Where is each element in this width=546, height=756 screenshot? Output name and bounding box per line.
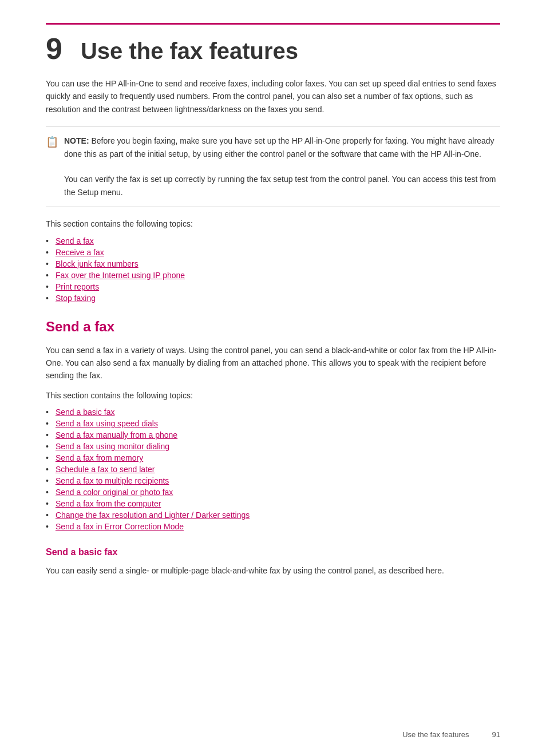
page: 9 Use the fax features You can use the H… (0, 0, 546, 756)
list-item: Stop faxing (46, 294, 500, 303)
link-send-multiple-recipients[interactable]: Send a fax to multiple recipients (56, 476, 169, 485)
list-item: Change the fax resolution and Lighter / … (46, 510, 500, 520)
link-send-speed-dials[interactable]: Send a fax using speed dials (56, 419, 158, 428)
chapter-title: Use the fax features (81, 38, 298, 64)
note-icon: 📋 (46, 136, 58, 148)
link-send-a-fax[interactable]: Send a fax (56, 236, 94, 246)
send-fax-heading: Send a fax (46, 319, 500, 335)
link-send-basic-fax[interactable]: Send a basic fax (56, 407, 115, 417)
list-item: Send a fax from the computer (46, 499, 500, 508)
list-item: Schedule a fax to send later (46, 465, 500, 474)
link-block-junk-fax[interactable]: Block junk fax numbers (56, 259, 139, 268)
list-item: Send a fax manually from a phone (46, 430, 500, 440)
send-fax-body: You can send a fax in a variety of ways.… (46, 344, 500, 382)
list-item: Print reports (46, 282, 500, 291)
footer-page-number: 91 (492, 730, 500, 739)
note-line1: Before you begin faxing, make sure you h… (64, 136, 494, 158)
send-fax-topic-list: Send a basic fax Send a fax using speed … (46, 407, 500, 531)
list-item: Receive a fax (46, 248, 500, 257)
note-label: NOTE: (64, 136, 89, 145)
note-line2: You can verify the fax is set up correct… (64, 175, 496, 196)
list-item: Send a color original or photo fax (46, 488, 500, 497)
note-content: NOTE: Before you begin faxing, make sure… (64, 134, 500, 199)
link-print-reports[interactable]: Print reports (56, 282, 99, 291)
link-error-correction[interactable]: Send a fax in Error Correction Mode (56, 522, 184, 531)
link-send-from-memory[interactable]: Send a fax from memory (56, 453, 143, 462)
list-item: Send a fax using monitor dialing (46, 442, 500, 451)
link-send-color-photo[interactable]: Send a color original or photo fax (56, 488, 173, 497)
link-schedule-fax[interactable]: Schedule a fax to send later (56, 465, 155, 474)
list-item: Send a fax from memory (46, 453, 500, 462)
link-send-from-computer[interactable]: Send a fax from the computer (56, 499, 161, 508)
list-item: Send a fax (46, 236, 500, 246)
footer-label: Use the fax features (402, 730, 469, 739)
top-rule (46, 23, 500, 25)
send-basic-fax-heading: Send a basic fax (46, 547, 500, 557)
list-item: Send a fax using speed dials (46, 419, 500, 428)
list-item: Send a basic fax (46, 407, 500, 417)
send-basic-fax-body: You can easily send a single- or multipl… (46, 564, 500, 577)
list-item: Fax over the Internet using IP phone (46, 271, 500, 280)
link-send-monitor-dialing[interactable]: Send a fax using monitor dialing (56, 442, 169, 451)
list-item: Block junk fax numbers (46, 259, 500, 268)
main-topic-list: Send a fax Receive a fax Block junk fax … (46, 236, 500, 303)
footer: Use the fax features 91 (0, 730, 546, 739)
chapter-header: 9 Use the fax features (46, 34, 500, 64)
main-section-intro: This section contains the following topi… (46, 217, 500, 230)
link-receive-a-fax[interactable]: Receive a fax (56, 248, 104, 257)
intro-paragraph: You can use the HP All-in-One to send an… (46, 77, 500, 116)
note-box: 📋 NOTE: Before you begin faxing, make su… (46, 126, 500, 207)
list-item: Send a fax in Error Correction Mode (46, 522, 500, 531)
send-fax-section-intro: This section contains the following topi… (46, 389, 500, 402)
link-send-manually[interactable]: Send a fax manually from a phone (56, 430, 177, 440)
chapter-number: 9 (46, 34, 62, 64)
list-item: Send a fax to multiple recipients (46, 476, 500, 485)
link-change-resolution[interactable]: Change the fax resolution and Lighter / … (56, 510, 250, 520)
link-fax-internet-ip[interactable]: Fax over the Internet using IP phone (56, 271, 185, 280)
link-stop-faxing[interactable]: Stop faxing (56, 294, 96, 303)
